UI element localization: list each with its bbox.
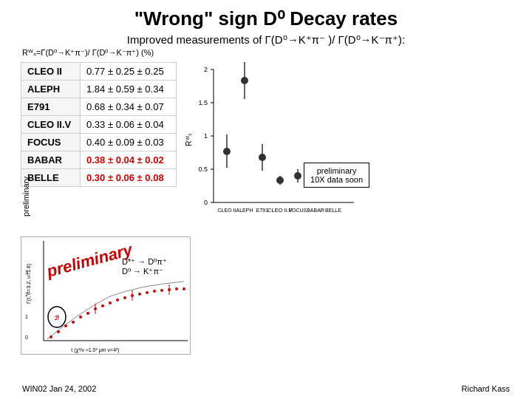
experiment-name: BABAR bbox=[21, 151, 81, 169]
svg-text:t (χ²/ν ≈1.0² μm ν=4²): t (χ²/ν ≈1.0² μm ν=4²) bbox=[71, 347, 119, 353]
svg-point-49 bbox=[153, 290, 156, 293]
svg-text:BELLE: BELLE bbox=[325, 208, 341, 213]
svg-point-39 bbox=[79, 316, 82, 318]
svg-text:0.5: 0.5 bbox=[198, 166, 208, 173]
measurement-value: 1.84 ± 0.59 ± 0.34 bbox=[81, 81, 177, 98]
svg-point-47 bbox=[138, 293, 141, 296]
svg-point-45 bbox=[123, 296, 126, 299]
right-chart: 0 0.5 1 1.5 2 Rᵂₛ bbox=[184, 62, 361, 225]
svg-point-37 bbox=[64, 324, 67, 327]
svg-text:0: 0 bbox=[204, 199, 208, 206]
svg-point-38 bbox=[72, 321, 75, 324]
svg-text:CLEO II: CLEO II bbox=[218, 208, 236, 213]
measurement-value: 0.33 ± 0.06 ± 0.04 bbox=[81, 116, 177, 134]
measurement-value: 0.68 ± 0.34 ± 0.07 bbox=[81, 98, 177, 116]
svg-text:Rᵂₛ: Rᵂₛ bbox=[185, 133, 193, 146]
table-row: BELLE0.30 ± 0.06 ± 0.08 bbox=[21, 169, 177, 187]
svg-text:ALEPH: ALEPH bbox=[236, 208, 253, 213]
svg-point-52 bbox=[175, 287, 178, 290]
svg-text:E791: E791 bbox=[256, 208, 268, 213]
data-table: CLEO II0.77 ± 0.25 ± 0.25ALEPH1.84 ± 0.5… bbox=[21, 62, 177, 187]
rws-formula: Rᵂₛ=Γ(D⁰→K⁺π⁻)/ Γ(D⁰→K⁻π⁺) (%) bbox=[22, 48, 532, 58]
table-row: CLEO II0.77 ± 0.25 ± 0.25 bbox=[21, 63, 177, 81]
svg-point-40 bbox=[86, 312, 89, 315]
footer-author: Richard Kass bbox=[462, 384, 510, 393]
main-content: CLEO II0.77 ± 0.25 ± 0.25ALEPH1.84 ± 0.5… bbox=[21, 62, 532, 225]
svg-text:1: 1 bbox=[204, 132, 208, 140]
experiment-name: E791 bbox=[21, 98, 81, 116]
svg-text:Γ(t, σ=3.2, υ=1.8): Γ(t, σ=3.2, υ=1.8) bbox=[26, 264, 32, 304]
svg-text:1.5: 1.5 bbox=[198, 99, 208, 106]
left-panel: CLEO II0.77 ± 0.25 ± 0.25ALEPH1.84 ± 0.5… bbox=[21, 62, 177, 225]
measurement-value: 0.40 ± 0.09 ± 0.03 bbox=[81, 134, 177, 151]
measurement-value: 0.30 ± 0.06 ± 0.08 bbox=[81, 169, 177, 187]
subtitle: Improved measurements of Γ(D⁰→K⁺π⁻ )/ Γ(… bbox=[0, 33, 532, 47]
footer-date: WIN02 Jan 24, 2002 bbox=[22, 384, 96, 393]
chart-svg: 0 0.5 1 1.5 2 Rᵂₛ bbox=[184, 62, 361, 225]
table-row: CLEO II.V0.33 ± 0.06 ± 0.04 bbox=[21, 116, 177, 134]
svg-point-35 bbox=[50, 335, 52, 338]
table-row: BABAR0.38 ± 0.04 ± 0.02 bbox=[21, 151, 177, 169]
preliminary-note: preliminary 10X data soon bbox=[304, 163, 369, 188]
svg-point-48 bbox=[146, 291, 149, 294]
svg-text:1: 1 bbox=[25, 314, 28, 319]
measurement-value: 0.38 ± 0.04 ± 0.02 bbox=[81, 151, 177, 169]
experiment-name: FOCUS bbox=[21, 134, 81, 151]
table-row: E7910.68 ± 0.34 ± 0.07 bbox=[21, 98, 177, 116]
experiment-name: ALEPH bbox=[21, 81, 81, 98]
svg-point-43 bbox=[109, 301, 112, 304]
sidebar-preliminary: preliminary bbox=[21, 177, 30, 216]
table-row: FOCUS0.40 ± 0.09 ± 0.03 bbox=[21, 134, 177, 151]
svg-text:FOCUS: FOCUS bbox=[289, 208, 307, 213]
svg-text:ℬ: ℬ bbox=[54, 315, 60, 321]
svg-point-50 bbox=[160, 289, 163, 292]
svg-text:0: 0 bbox=[25, 335, 28, 340]
svg-point-44 bbox=[116, 299, 119, 301]
svg-point-42 bbox=[101, 304, 104, 307]
svg-text:2: 2 bbox=[204, 66, 208, 73]
experiment-name: CLEO II bbox=[21, 63, 81, 81]
svg-text:BABAR: BABAR bbox=[307, 208, 324, 213]
svg-point-36 bbox=[57, 330, 60, 333]
measurement-value: 0.77 ± 0.25 ± 0.25 bbox=[81, 63, 177, 81]
experiment-name: CLEO II.V bbox=[21, 116, 81, 134]
table-row: ALEPH1.84 ± 0.59 ± 0.34 bbox=[21, 81, 177, 98]
page-title: "Wrong" sign D⁰ Decay rates bbox=[0, 0, 532, 33]
svg-point-53 bbox=[183, 287, 185, 290]
